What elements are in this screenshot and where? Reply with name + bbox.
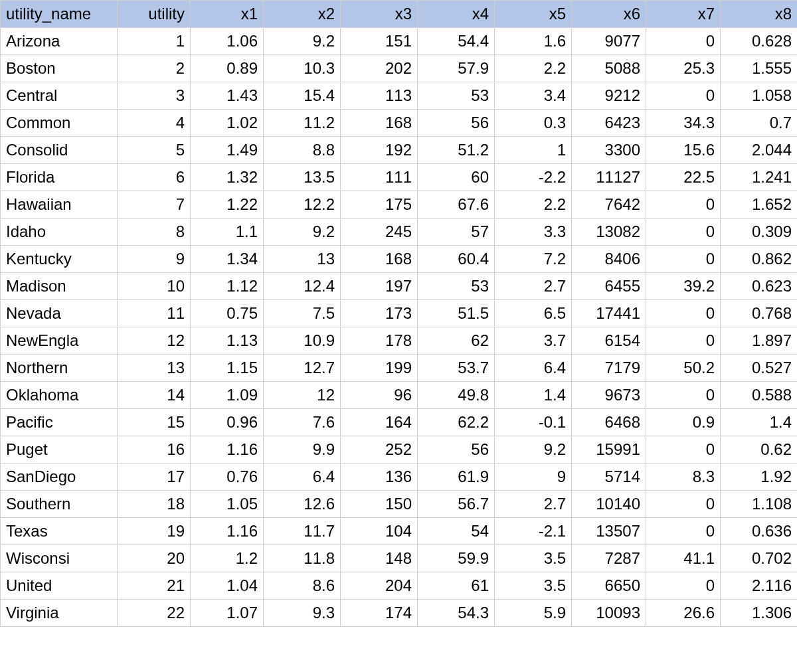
cell-utility[interactable]: 7 xyxy=(118,191,191,218)
cell-x2[interactable]: 12 xyxy=(264,382,341,409)
cell-x3[interactable]: 104 xyxy=(341,518,418,545)
cell-x8[interactable]: 1.4 xyxy=(721,409,798,436)
cell-x3[interactable]: 204 xyxy=(341,572,418,600)
cell-utility[interactable]: 11 xyxy=(118,300,191,327)
cell-x8[interactable]: 0.862 xyxy=(721,246,798,273)
cell-x5[interactable]: 1.6 xyxy=(495,28,572,55)
cell-x4[interactable]: 67.6 xyxy=(418,191,495,218)
cell-x8[interactable]: 0.636 xyxy=(721,518,798,545)
cell-x7[interactable]: 0 xyxy=(646,436,721,463)
cell-x2[interactable]: 11.8 xyxy=(264,545,341,572)
cell-utility[interactable]: 22 xyxy=(118,600,191,627)
cell-x8[interactable]: 1.555 xyxy=(721,55,798,82)
cell-x5[interactable]: 3.3 xyxy=(495,218,572,246)
cell-utility[interactable]: 3 xyxy=(118,82,191,110)
cell-utility[interactable]: 20 xyxy=(118,545,191,572)
cell-x1[interactable]: 1.15 xyxy=(191,355,264,382)
cell-x1[interactable]: 1.05 xyxy=(191,491,264,518)
cell-x5[interactable]: 2.2 xyxy=(495,191,572,218)
cell-x7[interactable]: 15.6 xyxy=(646,137,721,164)
cell-utility-name[interactable]: Oklahoma xyxy=(1,382,118,409)
cell-x4[interactable]: 61.9 xyxy=(418,463,495,491)
cell-x8[interactable]: 1.108 xyxy=(721,491,798,518)
col-header-x4[interactable]: x4 xyxy=(418,1,495,28)
cell-x8[interactable]: 2.116 xyxy=(721,572,798,600)
cell-utility[interactable]: 12 xyxy=(118,327,191,355)
cell-utility[interactable]: 19 xyxy=(118,518,191,545)
cell-x2[interactable]: 12.4 xyxy=(264,273,341,300)
cell-utility-name[interactable]: Consolid xyxy=(1,137,118,164)
col-header-utility-name[interactable]: utility_name xyxy=(1,1,118,28)
cell-x3[interactable]: 178 xyxy=(341,327,418,355)
cell-x5[interactable]: 7.2 xyxy=(495,246,572,273)
cell-x4[interactable]: 49.8 xyxy=(418,382,495,409)
cell-x3[interactable]: 168 xyxy=(341,110,418,137)
cell-x6[interactable]: 9212 xyxy=(572,82,646,110)
cell-x3[interactable]: 113 xyxy=(341,82,418,110)
cell-x6[interactable]: 10140 xyxy=(572,491,646,518)
cell-x6[interactable]: 9673 xyxy=(572,382,646,409)
cell-x2[interactable]: 13.5 xyxy=(264,164,341,191)
cell-x8[interactable]: 0.623 xyxy=(721,273,798,300)
cell-x7[interactable]: 0 xyxy=(646,246,721,273)
cell-x5[interactable]: -2.2 xyxy=(495,164,572,191)
cell-x3[interactable]: 136 xyxy=(341,463,418,491)
cell-x8[interactable]: 0.527 xyxy=(721,355,798,382)
cell-x2[interactable]: 6.4 xyxy=(264,463,341,491)
cell-x2[interactable]: 9.2 xyxy=(264,218,341,246)
cell-x5[interactable]: 3.5 xyxy=(495,572,572,600)
cell-x4[interactable]: 53.7 xyxy=(418,355,495,382)
cell-x4[interactable]: 54.3 xyxy=(418,600,495,627)
cell-x3[interactable]: 96 xyxy=(341,382,418,409)
cell-x5[interactable]: 0.3 xyxy=(495,110,572,137)
cell-x7[interactable]: 0 xyxy=(646,218,721,246)
cell-x6[interactable]: 13507 xyxy=(572,518,646,545)
cell-x1[interactable]: 0.75 xyxy=(191,300,264,327)
cell-utility[interactable]: 6 xyxy=(118,164,191,191)
col-header-x6[interactable]: x6 xyxy=(572,1,646,28)
cell-x6[interactable]: 9077 xyxy=(572,28,646,55)
cell-x4[interactable]: 56.7 xyxy=(418,491,495,518)
cell-utility[interactable]: 1 xyxy=(118,28,191,55)
cell-x2[interactable]: 10.9 xyxy=(264,327,341,355)
cell-utility-name[interactable]: Boston xyxy=(1,55,118,82)
cell-x7[interactable]: 0.9 xyxy=(646,409,721,436)
cell-x7[interactable]: 0 xyxy=(646,82,721,110)
cell-x7[interactable]: 0 xyxy=(646,300,721,327)
cell-x5[interactable]: 9.2 xyxy=(495,436,572,463)
cell-utility[interactable]: 15 xyxy=(118,409,191,436)
cell-x4[interactable]: 54.4 xyxy=(418,28,495,55)
cell-x2[interactable]: 12.7 xyxy=(264,355,341,382)
cell-x1[interactable]: 0.76 xyxy=(191,463,264,491)
cell-utility-name[interactable]: Kentucky xyxy=(1,246,118,273)
cell-x7[interactable]: 0 xyxy=(646,191,721,218)
cell-x3[interactable]: 111 xyxy=(341,164,418,191)
cell-x4[interactable]: 54 xyxy=(418,518,495,545)
cell-x6[interactable]: 6154 xyxy=(572,327,646,355)
cell-utility-name[interactable]: Southern xyxy=(1,491,118,518)
cell-x6[interactable]: 7287 xyxy=(572,545,646,572)
cell-x7[interactable]: 0 xyxy=(646,28,721,55)
cell-x2[interactable]: 15.4 xyxy=(264,82,341,110)
cell-utility-name[interactable]: Central xyxy=(1,82,118,110)
cell-x2[interactable]: 7.5 xyxy=(264,300,341,327)
cell-x7[interactable]: 50.2 xyxy=(646,355,721,382)
cell-utility[interactable]: 4 xyxy=(118,110,191,137)
col-header-utility[interactable]: utility xyxy=(118,1,191,28)
cell-x5[interactable]: 2.2 xyxy=(495,55,572,82)
cell-x8[interactable]: 0.7 xyxy=(721,110,798,137)
cell-x8[interactable]: 1.652 xyxy=(721,191,798,218)
cell-x4[interactable]: 57.9 xyxy=(418,55,495,82)
cell-utility[interactable]: 17 xyxy=(118,463,191,491)
cell-x5[interactable]: 1.4 xyxy=(495,382,572,409)
cell-utility-name[interactable]: Virginia xyxy=(1,600,118,627)
cell-x3[interactable]: 168 xyxy=(341,246,418,273)
cell-utility-name[interactable]: Wisconsi xyxy=(1,545,118,572)
cell-x4[interactable]: 51.5 xyxy=(418,300,495,327)
cell-x3[interactable]: 150 xyxy=(341,491,418,518)
cell-x7[interactable]: 26.6 xyxy=(646,600,721,627)
cell-x3[interactable]: 252 xyxy=(341,436,418,463)
cell-utility-name[interactable]: Hawaiian xyxy=(1,191,118,218)
cell-x1[interactable]: 1.22 xyxy=(191,191,264,218)
cell-x1[interactable]: 0.96 xyxy=(191,409,264,436)
